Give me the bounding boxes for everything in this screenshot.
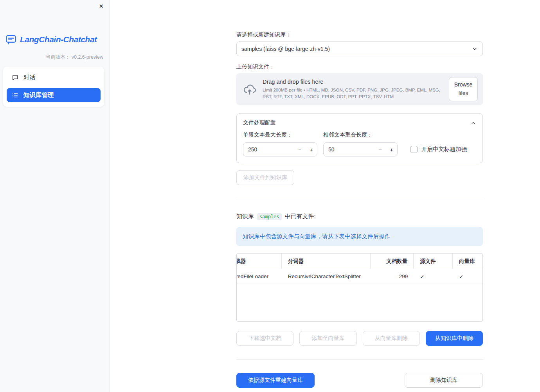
divider [236,359,483,360]
cell-vector-store: ✓ [453,269,482,284]
cell-source-file: ✓ [414,269,453,284]
chevron-up-icon [470,120,476,126]
kb-select[interactable]: samples (faiss @ bge-large-zh-v1.5) [236,41,483,56]
col-header-doc-count: 文档数量 [371,254,414,269]
rebuild-vector-store-button[interactable]: 依据源文件重建向量库 [236,373,315,388]
overlap-length-field: 相邻文本重合长度： 50 − + [323,131,398,156]
delete-from-vector-store-button[interactable]: 从向量库删除 [363,331,420,346]
delete-from-kb-button[interactable]: 从知识库中删除 [426,331,483,346]
delete-kb-button[interactable]: 删除知识库 [405,373,483,388]
divider [236,200,483,200]
kb-select-value: samples (faiss @ bge-large-zh-v1.5) [241,46,330,52]
cell-doc-count: 299 [371,269,414,284]
file-uploader-dropzone[interactable]: Drag and drop files here Limit 200MB per… [236,73,483,105]
max-length-value: 250 [248,146,294,153]
cloud-upload-icon [243,82,257,96]
add-files-to-kb-button[interactable]: 添加文件到知识库 [236,170,294,185]
col-header-splitter: 分词器 [282,254,371,269]
cell-splitter: RecursiveCharacterTextSplitter [282,269,371,284]
version-value: v0.2.6-preview [72,54,103,60]
info-text: 知识库中包含源文件与向量库，请从下表中选择文件后操作 [243,233,390,239]
col-header-source-file: 源文件 [414,254,453,269]
version-label: 当前版本： [46,54,70,60]
increment-button[interactable]: + [386,143,397,156]
app-logo: LangChain-Chatchat [5,34,97,45]
cell-loader: UnstructuredFileLoader [237,269,282,284]
file-config-expander: 文件处理配置 单段文本最大长度： 250 − + [236,113,483,163]
uploader-limit-text: Limit 200MB per file • HTML, MD, JSON, C… [263,87,443,99]
add-to-vector-store-button[interactable]: 添加至向量库 [299,331,356,346]
max-length-input[interactable]: 250 − + [243,142,317,156]
increment-button[interactable]: + [306,143,317,156]
decrement-button[interactable]: − [294,143,306,156]
existing-files-heading: 知识库 samples 中已有文件: [236,213,483,220]
zh-title-enhance-checkbox[interactable]: 开启中文标题加强 [410,146,467,153]
existing-files-suffix: 中已有文件: [285,213,316,220]
logo-chat-icon [5,34,17,45]
sidebar-item-dialogue[interactable]: 对话 [7,70,101,85]
max-length-label: 单段文本最大长度： [243,131,317,138]
file-actions-row: 下载选中文档 添加至向量库 从向量库删除 从知识库中删除 [236,331,483,346]
overlap-length-value: 50 [328,146,374,153]
table-header-row: 文档加载器 分词器 文档数量 源文件 向量库 [237,254,482,269]
table-row[interactable]: UnstructuredFileLoader RecursiveCharacte… [237,269,482,284]
sidebar-menu: 对话 知识库管理 [3,67,104,107]
overlap-length-input[interactable]: 50 − + [323,142,398,156]
uploader-title: Drag and drop files here [263,79,443,85]
kb-actions-row: 依据源文件重建向量库 删除知识库 [236,373,483,388]
download-selected-button[interactable]: 下载选中文档 [236,331,293,346]
version-text: 当前版本： v0.2.6-preview [46,54,103,61]
checkbox-label: 开启中文标题加强 [421,146,467,153]
app-window: ✕ LangChain-Chatchat 当前版本： v0.2.6-previe… [0,0,540,392]
kb-select-label: 请选择或新建知识库： [236,31,483,38]
chat-bubble-icon [12,74,18,81]
decrement-button[interactable]: − [374,143,386,156]
max-length-field: 单段文本最大长度： 250 − + [243,131,317,156]
chevron-down-icon [472,46,478,52]
checkbox-box-icon[interactable] [410,146,418,153]
upload-label: 上传知识文件： [236,63,483,70]
logo-text: LangChain-Chatchat [20,35,97,44]
kb-files-table[interactable]: 文档加载器 分词器 文档数量 源文件 向量库 UnstructuredFileL… [236,253,483,322]
main-content: 请选择或新建知识库： samples (faiss @ bge-large-zh… [236,0,483,388]
col-header-loader: 文档加载器 [237,254,282,269]
sidebar-item-kb-management[interactable]: 知识库管理 [7,88,101,102]
col-header-vector-store: 向量库 [453,254,482,269]
expander-body: 单段文本最大长度： 250 − + 相邻文本重合长度： 50 − + [237,126,482,163]
existing-files-prefix: 知识库 [236,213,254,220]
info-alert: 知识库中包含源文件与向量库，请从下表中选择文件后操作 [236,227,483,246]
sidebar: ✕ LangChain-Chatchat 当前版本： v0.2.6-previe… [0,0,110,392]
overlap-length-label: 相邻文本重合长度： [323,131,398,138]
expander-header[interactable]: 文件处理配置 [237,114,482,126]
sidebar-item-label: 知识库管理 [23,91,54,99]
sidebar-item-label: 对话 [23,74,36,82]
browse-files-button[interactable]: Browse files [449,77,478,101]
uploader-text: Drag and drop files here Limit 200MB per… [263,79,443,99]
expander-title: 文件处理配置 [243,119,276,126]
sidebar-collapse-icon[interactable]: ✕ [99,3,104,9]
kb-list-icon [12,92,18,99]
kb-name-code: samples [257,213,282,220]
